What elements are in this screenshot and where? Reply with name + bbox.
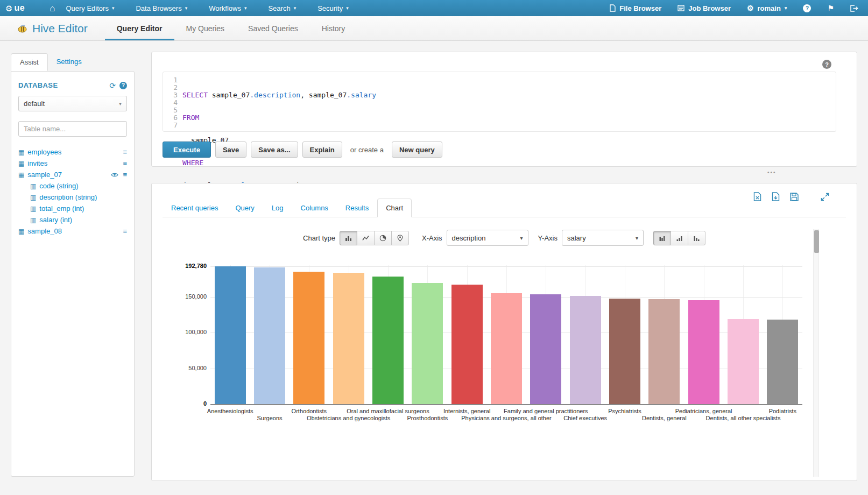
tab-my-queries[interactable]: My Queries — [174, 16, 237, 40]
home-icon[interactable]: ⌂ — [50, 4, 55, 13]
results-scrollbar[interactable] — [813, 229, 819, 477]
bar[interactable] — [530, 294, 561, 404]
chart-y-axis: 192,780150,000100,00050,0000 — [152, 264, 207, 404]
job-browser-link[interactable]: Job Browser — [678, 4, 731, 12]
menu-label: Query Editors — [66, 4, 108, 12]
tab-history[interactable]: History — [310, 16, 357, 40]
x-axis-select[interactable]: description ▾ — [447, 230, 528, 246]
tab-recent-queries[interactable]: Recent queries — [163, 199, 227, 217]
save-result-icon[interactable] — [790, 193, 799, 201]
bar[interactable] — [215, 266, 246, 404]
menu-query-editors[interactable]: Query Editors ▾ — [55, 0, 125, 16]
tab-columns[interactable]: Columns — [292, 199, 337, 217]
tab-query-editor[interactable]: Query Editor — [105, 16, 174, 40]
tab-saved-queries[interactable]: Saved Queries — [236, 16, 310, 40]
table-filter-input[interactable] — [18, 121, 127, 137]
chevron-down-icon: ▾ — [119, 101, 122, 107]
column-row-total-emp[interactable]: ▥ total_emp (int) — [18, 203, 127, 214]
line-number: 1 — [163, 76, 178, 84]
sql-field: .description — [250, 91, 300, 99]
chart-type-line-button[interactable] — [357, 231, 375, 245]
table-menu-icon[interactable]: ≡ — [123, 160, 127, 167]
menu-workflows[interactable]: Workflows ▾ — [198, 0, 257, 16]
results-card: Recent queries Query Log Columns Results… — [151, 183, 857, 481]
assist-panel: DATABASE ⟳ ? default ▾ ▦ employees ≡ ▦ i… — [11, 71, 135, 477]
line-chart-icon — [362, 235, 369, 242]
sql-keyword: SELECT — [182, 91, 208, 99]
export-toolbar — [753, 192, 829, 201]
y-axis-select[interactable]: salary ▾ — [562, 230, 644, 246]
export-csv-icon[interactable] — [772, 192, 780, 201]
sort-ascending-button[interactable] — [671, 231, 688, 245]
gear-icon: ⚙ — [747, 4, 754, 12]
column-row-salary[interactable]: ▥ salary (int) — [18, 214, 127, 225]
help-icon[interactable]: ? — [803, 4, 811, 12]
x-axis-label: Chief executives — [563, 415, 607, 421]
table-icon: ▦ — [18, 172, 24, 178]
bar[interactable] — [728, 319, 759, 404]
new-query-button[interactable]: New query — [392, 142, 442, 158]
tab-query[interactable]: Query — [227, 199, 263, 217]
sql-editor[interactable]: 1 2 3 4 5 6 7 SELECT sample_07.descripti… — [163, 72, 836, 132]
bar[interactable] — [333, 273, 364, 404]
tab-log[interactable]: Log — [263, 199, 292, 217]
tab-assist[interactable]: Assist — [11, 53, 48, 71]
user-menu[interactable]: ⚙ romain ▾ — [747, 4, 787, 12]
logout-icon[interactable] — [850, 5, 858, 12]
chart-type-bars-button[interactable] — [340, 231, 357, 245]
table-row-sample-07[interactable]: ▦ sample_07 ≡ — [18, 169, 127, 180]
bar[interactable] — [767, 320, 798, 404]
code-line: FROM — [182, 114, 376, 122]
column-name: description (string) — [39, 193, 97, 201]
chevron-down-icon: ▾ — [244, 5, 247, 11]
table-row-employees[interactable]: ▦ employees ≡ — [18, 146, 127, 158]
table-menu-icon[interactable]: ≡ — [123, 171, 127, 178]
sort-default-button[interactable] — [653, 231, 671, 245]
scrollbar-thumb[interactable] — [814, 230, 819, 253]
bar[interactable] — [293, 272, 324, 404]
bar[interactable] — [491, 293, 522, 404]
sort-descending-button[interactable] — [688, 231, 705, 245]
help-icon[interactable]: ? — [822, 60, 831, 69]
refresh-icon[interactable]: ⟳ — [109, 82, 116, 89]
fullscreen-icon[interactable] — [821, 193, 829, 201]
menu-security[interactable]: Security ▾ — [307, 0, 359, 16]
bar[interactable] — [648, 299, 680, 404]
eye-icon[interactable] — [111, 172, 118, 178]
menu-search[interactable]: Search ▾ — [257, 0, 307, 16]
help-icon[interactable]: ? — [119, 82, 127, 89]
bar[interactable] — [254, 267, 285, 404]
column-row-code[interactable]: ▥ code (string) — [18, 180, 127, 192]
resize-grip[interactable]: ••• — [767, 169, 777, 175]
database-select[interactable]: default ▾ — [18, 96, 127, 111]
menu-data-browsers[interactable]: Data Browsers ▾ — [125, 0, 198, 16]
chart-type-map-button[interactable] — [391, 231, 409, 245]
results-tabs: Recent queries Query Log Columns Results… — [163, 199, 846, 217]
export-xls-icon[interactable] — [753, 192, 761, 201]
code-line: SELECT sample_07.description, sample_07.… — [182, 91, 376, 99]
save-button[interactable]: Save — [215, 142, 246, 158]
table-row-sample-08[interactable]: ▦ sample_08 ≡ — [18, 225, 127, 237]
flag-icon[interactable]: ⚑ — [827, 4, 834, 12]
tab-chart[interactable]: Chart — [377, 199, 412, 217]
bar[interactable] — [609, 299, 640, 404]
bar[interactable] — [372, 277, 404, 404]
table-menu-icon[interactable]: ≡ — [123, 148, 127, 155]
tab-settings[interactable]: Settings — [48, 53, 90, 71]
chart-type-pie-button[interactable] — [374, 231, 392, 245]
table-row-invites[interactable]: ▦ invites ≡ — [18, 158, 127, 169]
hue-logo[interactable]: ⚙ ue — [0, 3, 25, 13]
line-number: 4 — [163, 99, 178, 107]
bar[interactable] — [412, 283, 443, 404]
explain-button[interactable]: Explain — [302, 142, 342, 158]
execute-button[interactable]: Execute — [163, 142, 211, 158]
file-browser-link[interactable]: File Browser — [610, 4, 661, 12]
save-as-button[interactable]: Save as... — [251, 142, 298, 158]
line-number: 5 — [163, 107, 178, 114]
column-row-description[interactable]: ▥ description (string) — [18, 192, 127, 203]
tab-results[interactable]: Results — [337, 199, 377, 217]
bar[interactable] — [688, 300, 719, 404]
table-menu-icon[interactable]: ≡ — [123, 228, 127, 235]
bar[interactable] — [570, 296, 601, 404]
bar[interactable] — [451, 285, 483, 404]
